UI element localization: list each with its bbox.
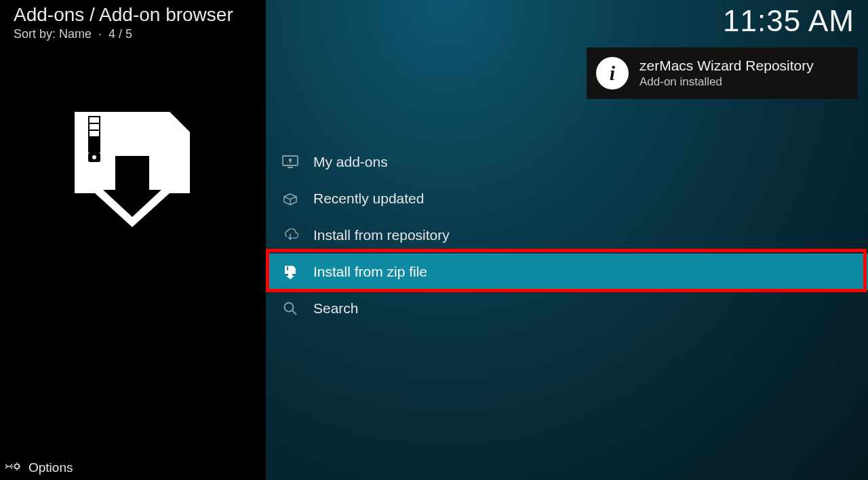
addons-icon <box>282 154 298 170</box>
menu-item-search[interactable]: Search <box>266 290 868 327</box>
sort-label: Sort by: Name <box>14 27 92 41</box>
svg-rect-10 <box>287 266 288 271</box>
svg-rect-1 <box>90 117 99 123</box>
svg-rect-9 <box>289 159 292 161</box>
menu-item-my-addons[interactable]: My add-ons <box>266 144 868 180</box>
list-position: 4 / 5 <box>108 27 132 41</box>
breadcrumb: Add-ons / Add-on browser <box>14 4 233 26</box>
sidebar <box>0 0 266 480</box>
svg-line-12 <box>292 311 296 315</box>
sort-line: Sort by: Name · 4 / 5 <box>14 27 233 41</box>
cloud-download-icon <box>282 227 298 243</box>
menu-item-label: Install from zip file <box>313 264 427 280</box>
clock: 11:35 AM <box>723 4 854 38</box>
info-icon: i <box>596 57 629 89</box>
svg-rect-8 <box>288 167 293 168</box>
svg-point-11 <box>285 303 294 312</box>
menu-item-label: Search <box>313 300 359 317</box>
header-left: Add-ons / Add-on browser Sort by: Name ·… <box>14 4 233 41</box>
menu-item-install-from-zip[interactable]: Install from zip file <box>266 254 868 290</box>
menu: My add-ons Recently updated Install from… <box>266 144 868 327</box>
menu-item-recently-updated[interactable]: Recently updated <box>266 180 868 217</box>
zip-download-icon <box>282 264 298 280</box>
menu-item-install-from-repository[interactable]: Install from repository <box>266 217 868 254</box>
search-icon <box>282 300 298 317</box>
svg-point-13 <box>15 464 19 468</box>
open-box-icon <box>282 191 298 207</box>
notification-title: zerMacs Wizard Repository <box>639 58 814 74</box>
menu-item-label: Install from repository <box>313 227 450 243</box>
menu-item-label: My add-ons <box>313 154 388 170</box>
svg-rect-3 <box>90 131 99 136</box>
svg-point-5 <box>92 155 96 159</box>
install-from-zip-icon <box>68 112 197 230</box>
app-root: Add-ons / Add-on browser Sort by: Name ·… <box>0 0 868 480</box>
header: Add-ons / Add-on browser Sort by: Name ·… <box>14 4 854 41</box>
options-icon[interactable] <box>5 460 20 476</box>
menu-item-label: Recently updated <box>313 191 424 207</box>
footer: Options <box>0 456 266 480</box>
notification-toast: i zerMacs Wizard Repository Add-on insta… <box>587 47 858 99</box>
notification-text: zerMacs Wizard Repository Add-on install… <box>639 58 814 89</box>
notification-subtitle: Add-on installed <box>639 75 814 89</box>
options-button[interactable]: Options <box>28 460 73 475</box>
svg-rect-2 <box>90 124 99 129</box>
